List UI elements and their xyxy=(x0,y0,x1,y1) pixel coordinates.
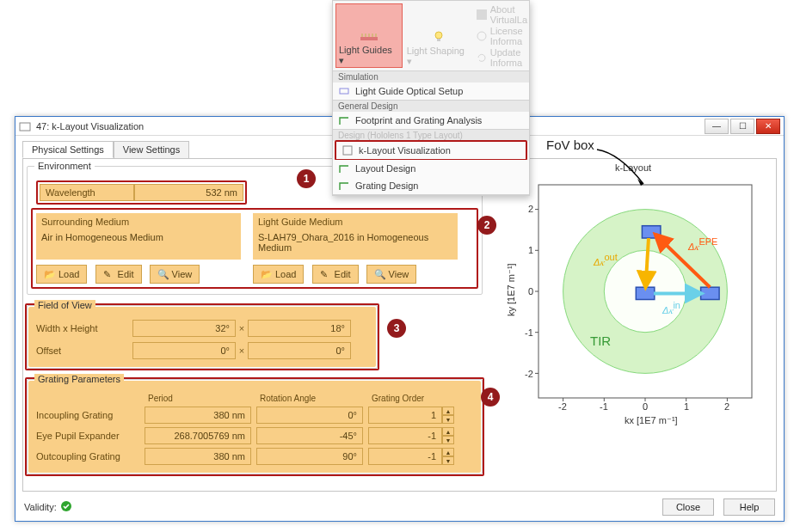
grating-row-incoupling: Incoupling Grating 380 nm 0° 1▲▼ xyxy=(36,407,473,424)
ribbon-section-hololens: Design (Hololens 1 Type Layout) xyxy=(333,129,529,141)
magnifier-icon: 🔍 xyxy=(374,269,385,280)
row-label: Outcoupling Grating xyxy=(36,451,145,462)
surr-edit-button[interactable]: ✎Edit xyxy=(95,265,142,284)
fov-offset-x-field[interactable]: 0° xyxy=(132,342,236,359)
window-icon xyxy=(19,120,31,132)
incoupling-order-spinner[interactable]: 1▲▼ xyxy=(368,407,454,424)
maximize-button[interactable]: ☐ xyxy=(730,119,754,134)
ytick: -2 xyxy=(525,369,533,379)
folder-open-icon: 📂 xyxy=(44,269,55,280)
lg-view-button[interactable]: 🔍View xyxy=(366,265,417,284)
close-dialog-button[interactable]: Close xyxy=(662,498,714,516)
chart-panel: k-Layout xyxy=(490,159,776,491)
ribbon-button-label: Light Guides ▾ xyxy=(339,45,399,66)
ribbon-item-layout-design[interactable]: Layout Design xyxy=(333,160,529,177)
ribbon-button-light-shaping[interactable]: Light Shaping ▾ xyxy=(404,3,474,68)
ribbon-side-links: About VirtualLa License Informa Update I… xyxy=(475,3,527,69)
chevron-down-icon[interactable]: ▼ xyxy=(442,456,454,465)
ribbon-link-about[interactable]: About VirtualLa xyxy=(477,4,527,26)
incoupling-rotation-field[interactable]: 0° xyxy=(256,407,363,424)
row-label: Eye Pupil Expander xyxy=(36,431,145,441)
tir-label: TIR xyxy=(590,333,611,348)
group-title: Environment xyxy=(34,161,95,171)
outcoupling-period-field[interactable]: 380 nm xyxy=(145,448,251,465)
ribbon-item-footprint[interactable]: Footprint and Grating Analysis xyxy=(333,112,529,129)
tab-strip: Physical Settings View Settings xyxy=(22,141,189,158)
ribbon-link-update[interactable]: Update Informa xyxy=(477,47,527,69)
chevron-up-icon[interactable]: ▲ xyxy=(442,448,454,456)
group-title: Grating Parameters xyxy=(34,374,124,384)
chevron-down-icon[interactable]: ▼ xyxy=(442,415,454,424)
check-circle-icon xyxy=(60,500,72,514)
pencil-icon: ✎ xyxy=(320,269,331,280)
dialog-action-buttons: Close Help xyxy=(655,498,775,516)
wavelength-label: Wavelength xyxy=(40,184,134,201)
incoupling-period-field[interactable]: 380 nm xyxy=(145,407,251,424)
col-rotation: Rotation Angle xyxy=(256,394,368,403)
lg-edit-button[interactable]: ✎Edit xyxy=(312,265,359,284)
svg-rect-12 xyxy=(20,123,30,131)
svg-rect-27 xyxy=(636,287,655,299)
key-icon xyxy=(477,31,487,41)
refresh-icon xyxy=(477,52,487,63)
ytick: 0 xyxy=(528,286,533,297)
wavelength-value[interactable]: 532 nm xyxy=(134,184,243,201)
surr-load-button[interactable]: 📂Load xyxy=(36,265,87,284)
ribbon-section-simulation: Simulation xyxy=(333,70,529,83)
tab-physical-settings[interactable]: Physical Settings xyxy=(22,141,114,158)
svg-rect-0 xyxy=(360,37,378,40)
grating-icon xyxy=(338,180,350,192)
epe-order-spinner[interactable]: -1▲▼ xyxy=(368,427,454,444)
wavelength-row: Wavelength 532 nm xyxy=(36,180,247,205)
setup-icon xyxy=(338,85,350,97)
svg-rect-28 xyxy=(701,287,720,299)
svg-rect-10 xyxy=(340,89,348,94)
ribbon-button-light-guides[interactable]: Light Guides ▾ xyxy=(335,3,403,68)
svg-point-6 xyxy=(435,32,442,39)
minimize-button[interactable]: ― xyxy=(705,119,729,134)
folder-open-icon: 📂 xyxy=(261,269,272,280)
outcoupling-order-spinner[interactable]: -1▲▼ xyxy=(368,448,454,465)
pencil-icon: ✎ xyxy=(103,269,114,280)
close-button[interactable]: ✕ xyxy=(756,119,780,134)
light-guide-medium-value: S-LAH79_Ohara_2016 in Homogeneous Medium xyxy=(253,230,458,260)
ribbon-item-klayout[interactable]: k-Layout Visualization xyxy=(336,142,526,159)
chevron-up-icon[interactable]: ▲ xyxy=(442,407,454,415)
surr-view-button[interactable]: 🔍View xyxy=(150,265,200,284)
col-order: Grating Order xyxy=(368,394,458,403)
grating-row-outcoupling: Outcoupling Grating 380 nm 90° -1▲▼ xyxy=(36,448,473,465)
ytick: 1 xyxy=(528,245,533,255)
lightbulb-icon xyxy=(429,30,448,44)
ytick: 2 xyxy=(528,204,533,214)
multiply-icon: × xyxy=(236,323,248,333)
group-title: Field of View xyxy=(34,300,95,310)
fov-offset-y-field[interactable]: 0° xyxy=(248,342,351,359)
callout-badge-2: 2 xyxy=(477,216,496,235)
multiply-icon: × xyxy=(236,345,248,356)
media-buttons: 📂Load ✎Edit 🔍View 📂Load ✎Edit 🔍View xyxy=(36,265,473,284)
col-period: Period xyxy=(145,394,256,403)
fov-width-field[interactable]: 32° xyxy=(132,320,236,337)
ribbon-top-row: Light Guides ▾ Light Shaping ▾ About Vir… xyxy=(333,1,529,70)
chevron-up-icon[interactable]: ▲ xyxy=(442,427,454,436)
lg-load-button[interactable]: 📂Load xyxy=(253,265,304,284)
xtick: -2 xyxy=(558,401,567,412)
dk-out-label: Δ𝜅out xyxy=(594,252,618,268)
epe-rotation-field[interactable]: -45° xyxy=(256,427,363,444)
row-label: Incoupling Grating xyxy=(36,410,145,420)
ribbon-item-optical-setup[interactable]: Light Guide Optical Setup xyxy=(333,83,529,100)
ribbon-link-license[interactable]: License Informa xyxy=(477,26,527,47)
fov-box-annotation: FoV box xyxy=(546,138,594,152)
help-button[interactable]: Help xyxy=(723,498,775,516)
chevron-down-icon[interactable]: ▼ xyxy=(442,436,454,444)
xtick: 0 xyxy=(643,401,648,412)
chart-svg xyxy=(504,174,762,432)
xtick: 2 xyxy=(724,401,729,412)
tab-view-settings[interactable]: View Settings xyxy=(114,141,189,158)
ribbon-item-grating-design[interactable]: Grating Design xyxy=(333,177,529,195)
fov-height-field[interactable]: 18° xyxy=(248,320,351,337)
fov-wh-label: Width x Height xyxy=(36,323,132,333)
chart-area: -2 -1 0 1 2 -2 -1 0 1 2 kx [1E7 m⁻¹] ky … xyxy=(504,174,762,432)
epe-period-field[interactable]: 268.7005769 nm xyxy=(145,427,251,444)
outcoupling-rotation-field[interactable]: 90° xyxy=(256,448,363,465)
